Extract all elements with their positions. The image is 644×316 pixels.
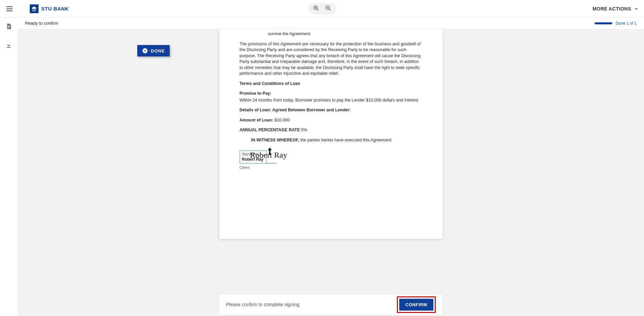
signature-line <box>266 163 276 163</box>
amount-value: $10,000 <box>273 118 290 122</box>
document-canvas: DONE survive the Agreement. The provisio… <box>18 29 644 316</box>
svg-line-4 <box>317 9 318 10</box>
zoom-controls <box>308 3 336 15</box>
signature-arrow-icon <box>266 148 273 158</box>
svg-rect-1 <box>34 9 34 10</box>
clause-provisions: The provisions of this Agreement are nec… <box>240 41 422 77</box>
clause-survive: survive the Agreement. <box>240 31 422 37</box>
progress-text: Done 1 of 1 <box>616 21 637 26</box>
confirm-highlight: CONFIRM <box>397 296 435 313</box>
app-header: STU BANK MORE ACTIONS <box>0 0 644 18</box>
confirm-bar: Please confirm to complete signing CONFI… <box>219 294 443 315</box>
client-label: Client <box>240 165 422 170</box>
confirm-message: Please confirm to complete signing <box>226 302 300 307</box>
bank-logo-icon <box>30 4 39 13</box>
signature-box[interactable]: Signed by Robert Ray Robert Ray <box>240 151 267 163</box>
confirm-button[interactable]: CONFIRM <box>399 299 433 311</box>
svg-rect-0 <box>32 9 33 10</box>
done-badge-label: DONE <box>151 48 165 53</box>
apr-label: ANNUAL PERCENTAGE RATE <box>240 128 300 132</box>
brand-name: STU BANK <box>41 6 69 12</box>
promise-text: Within 24 months from today, Borrower pr… <box>240 97 422 104</box>
amount-label: Amount of Loan: <box>240 118 273 122</box>
brand: STU BANK <box>30 4 69 13</box>
hamburger-menu-icon[interactable] <box>5 5 14 13</box>
svg-line-8 <box>329 9 331 10</box>
witness-label: IN WITNESS WHEREOF, <box>251 138 299 142</box>
check-circle-icon <box>142 48 148 54</box>
done-badge[interactable]: DONE <box>137 45 170 57</box>
svg-rect-2 <box>35 9 35 10</box>
zoom-in-icon[interactable] <box>313 5 319 13</box>
progress-bar <box>595 22 612 24</box>
document-icon[interactable] <box>5 23 12 31</box>
document-page: survive the Agreement. The provisions of… <box>219 29 443 239</box>
details-heading: Details of Loan: Agreed Between Borrower… <box>240 108 351 112</box>
download-icon[interactable] <box>5 42 12 50</box>
progress-chip: Done 1 of 1 <box>595 21 637 26</box>
more-actions-label: MORE ACTIONS <box>593 6 631 12</box>
more-actions-menu[interactable]: MORE ACTIONS <box>593 6 639 12</box>
tc-heading: Terms and Conditions of Loan <box>240 81 301 86</box>
zoom-out-icon[interactable] <box>325 5 331 13</box>
status-text: Ready to confirm <box>25 21 58 26</box>
promise-label: Promise to Pay: <box>240 91 271 96</box>
witness-text: the parties hereto have executed this Ag… <box>299 138 392 142</box>
status-bar: Ready to confirm Done 1 of 1 <box>18 18 644 29</box>
left-rail <box>0 18 18 316</box>
apr-value: 5% <box>300 128 307 132</box>
chevron-down-icon <box>634 6 639 11</box>
